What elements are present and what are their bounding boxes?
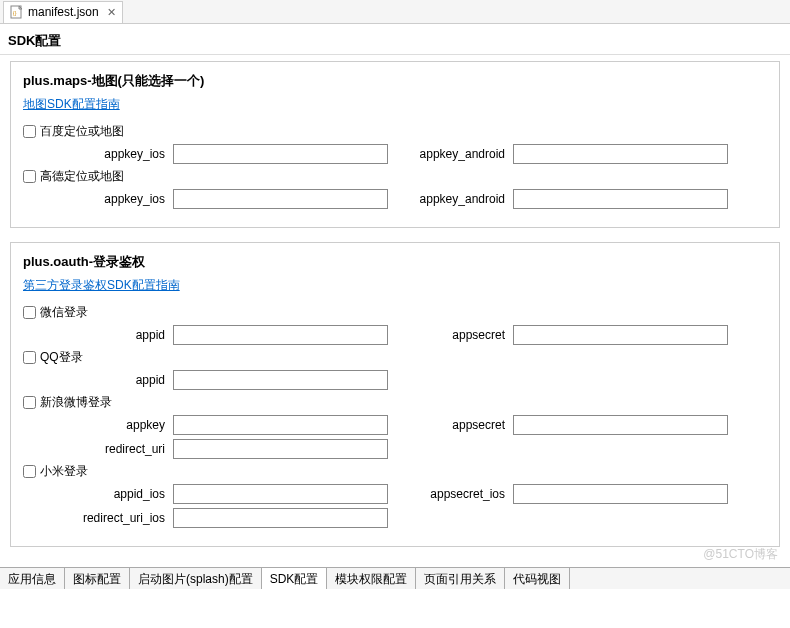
label-baidu-appkey-ios: appkey_ios bbox=[23, 147, 173, 161]
input-xiaomi-appid-ios[interactable] bbox=[173, 484, 388, 504]
input-baidu-appkey-android[interactable] bbox=[513, 144, 728, 164]
checkbox-amap-label: 高德定位或地图 bbox=[40, 168, 124, 185]
panel-maps: plus.maps-地图(只能选择一个) 地图SDK配置指南 百度定位或地图 a… bbox=[10, 61, 780, 228]
label-xiaomi-appid-ios: appid_ios bbox=[23, 487, 173, 501]
checkbox-qq-label: QQ登录 bbox=[40, 349, 83, 366]
input-amap-appkey-ios[interactable] bbox=[173, 189, 388, 209]
close-icon[interactable]: ✕ bbox=[107, 6, 116, 19]
tab-splash-config[interactable]: 启动图片(splash)配置 bbox=[130, 568, 262, 589]
input-wechat-appsecret[interactable] bbox=[513, 325, 728, 345]
label-weibo-appsecret: appsecret bbox=[413, 418, 513, 432]
page-title: SDK配置 bbox=[0, 24, 790, 54]
label-weibo-appkey: appkey bbox=[23, 418, 173, 432]
input-xiaomi-appsecret-ios[interactable] bbox=[513, 484, 728, 504]
maps-guide-link[interactable]: 地图SDK配置指南 bbox=[23, 96, 120, 113]
input-qq-appid[interactable] bbox=[173, 370, 388, 390]
label-xiaomi-appsecret-ios: appsecret_ios bbox=[413, 487, 513, 501]
input-amap-appkey-android[interactable] bbox=[513, 189, 728, 209]
panel-maps-title: plus.maps-地图(只能选择一个) bbox=[23, 72, 767, 90]
file-tab-manifest[interactable]: {} manifest.json ✕ bbox=[3, 1, 123, 23]
label-wechat-appsecret: appsecret bbox=[413, 328, 513, 342]
tab-icon-config[interactable]: 图标配置 bbox=[65, 568, 130, 589]
checkbox-qq[interactable] bbox=[23, 351, 36, 364]
label-wechat-appid: appid bbox=[23, 328, 173, 342]
svg-text:{}: {} bbox=[13, 10, 17, 16]
tab-app-info[interactable]: 应用信息 bbox=[0, 568, 65, 589]
watermark: @51CTO博客 bbox=[703, 546, 778, 563]
label-baidu-appkey-android: appkey_android bbox=[413, 147, 513, 161]
panel-oauth-title: plus.oauth-登录鉴权 bbox=[23, 253, 767, 271]
editor-tab-bar: {} manifest.json ✕ bbox=[0, 0, 790, 24]
tab-page-reference[interactable]: 页面引用关系 bbox=[416, 568, 505, 589]
input-weibo-appsecret[interactable] bbox=[513, 415, 728, 435]
checkbox-amap[interactable] bbox=[23, 170, 36, 183]
tab-sdk-config[interactable]: SDK配置 bbox=[262, 568, 328, 589]
checkbox-wechat-label: 微信登录 bbox=[40, 304, 88, 321]
input-weibo-appkey[interactable] bbox=[173, 415, 388, 435]
checkbox-baidu[interactable] bbox=[23, 125, 36, 138]
divider bbox=[0, 54, 790, 55]
input-wechat-appid[interactable] bbox=[173, 325, 388, 345]
checkbox-wechat[interactable] bbox=[23, 306, 36, 319]
checkbox-weibo-label: 新浪微博登录 bbox=[40, 394, 112, 411]
input-xiaomi-redirect-uri-ios[interactable] bbox=[173, 508, 388, 528]
input-weibo-redirect-uri[interactable] bbox=[173, 439, 388, 459]
checkbox-weibo[interactable] bbox=[23, 396, 36, 409]
bottom-tab-bar: 应用信息 图标配置 启动图片(splash)配置 SDK配置 模块权限配置 页面… bbox=[0, 567, 790, 589]
label-qq-appid: appid bbox=[23, 373, 173, 387]
json-file-icon: {} bbox=[10, 5, 24, 19]
label-weibo-redirect-uri: redirect_uri bbox=[23, 442, 173, 456]
label-xiaomi-redirect-uri-ios: redirect_uri_ios bbox=[23, 511, 173, 525]
panel-oauth: plus.oauth-登录鉴权 第三方登录鉴权SDK配置指南 微信登录 appi… bbox=[10, 242, 780, 547]
checkbox-xiaomi-label: 小米登录 bbox=[40, 463, 88, 480]
oauth-guide-link[interactable]: 第三方登录鉴权SDK配置指南 bbox=[23, 277, 180, 294]
label-amap-appkey-ios: appkey_ios bbox=[23, 192, 173, 206]
tab-module-permission[interactable]: 模块权限配置 bbox=[327, 568, 416, 589]
tab-code-view[interactable]: 代码视图 bbox=[505, 568, 570, 589]
checkbox-baidu-label: 百度定位或地图 bbox=[40, 123, 124, 140]
input-baidu-appkey-ios[interactable] bbox=[173, 144, 388, 164]
checkbox-xiaomi[interactable] bbox=[23, 465, 36, 478]
label-amap-appkey-android: appkey_android bbox=[413, 192, 513, 206]
file-tab-label: manifest.json bbox=[28, 5, 99, 19]
